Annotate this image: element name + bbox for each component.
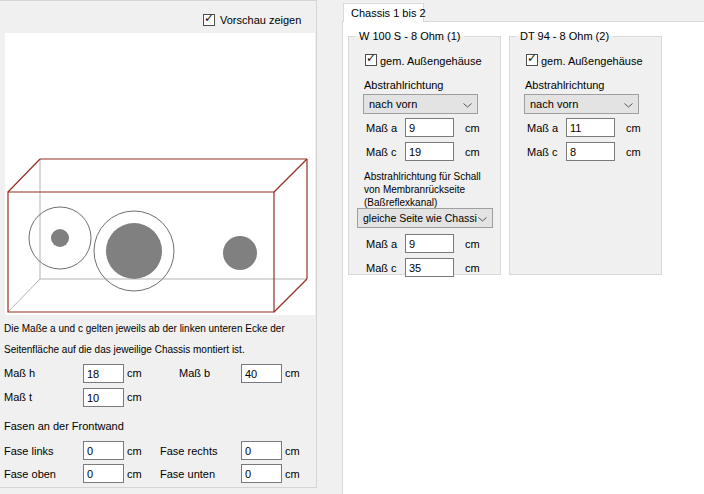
dt94-mass-a-unit: cm bbox=[626, 122, 641, 134]
mass-b-label: Maß b bbox=[179, 367, 210, 379]
port-circle bbox=[51, 229, 69, 247]
fase-unten-input[interactable] bbox=[241, 464, 282, 483]
dimension-note-line1: Die Maße a und c gelten jeweils ab der l… bbox=[4, 323, 285, 334]
w100s-direction-select[interactable]: nach vorn bbox=[363, 94, 478, 114]
dt94-direction-label: Abstrahlrichtung bbox=[525, 79, 605, 91]
chevron-down-icon bbox=[478, 217, 487, 222]
fase-oben-input[interactable] bbox=[83, 464, 124, 483]
vorschau-zeigen-label: Vorschau zeigen bbox=[220, 14, 301, 26]
dt94-aussengehaeuse-label: gem. Außengehäuse bbox=[541, 55, 643, 67]
mass-t-label: Maß t bbox=[4, 391, 32, 403]
dt94-direction-value: nach vorn bbox=[530, 98, 578, 110]
w100s-aussengehaeuse-label: gem. Außengehäuse bbox=[380, 55, 482, 67]
fasen-heading: Fasen an der Frontwand bbox=[4, 420, 124, 432]
w100s-mass-c-label: Maß c bbox=[366, 146, 397, 158]
group-w100s: W 100 S - 8 Ohm (1) ✓ gem. Außengehäuse … bbox=[348, 30, 501, 275]
dt94-mass-c-input[interactable] bbox=[566, 142, 615, 161]
dt94-direction-select[interactable]: nach vorn bbox=[524, 94, 639, 114]
preview-panel: ✓ Vorschau zeigen bbox=[0, 0, 317, 488]
enclosure-drawing bbox=[5, 33, 315, 315]
dt94-mass-a-input[interactable] bbox=[566, 118, 615, 137]
chevron-down-icon bbox=[624, 103, 633, 108]
w100s-rear-mass-a-unit: cm bbox=[465, 238, 480, 250]
dt94-mass-c-label: Maß c bbox=[527, 146, 558, 158]
enclosure-preview bbox=[5, 33, 315, 315]
w100s-rear-mass-a-label: Maß a bbox=[366, 238, 397, 250]
w100s-direction-label: Abstrahlrichtung bbox=[364, 79, 444, 91]
w100s-mass-a-input[interactable] bbox=[405, 118, 454, 137]
w100s-rear-direction-value: gleiche Seite wie Chassi bbox=[363, 212, 477, 224]
w100s-rear-mass-c-unit: cm bbox=[465, 262, 480, 274]
w100s-rear-mass-a-input[interactable] bbox=[405, 234, 454, 253]
mass-h-unit: cm bbox=[127, 367, 142, 379]
checkmark-icon: ✓ bbox=[366, 52, 376, 64]
fase-unten-label: Fase unten bbox=[160, 468, 215, 480]
dt94-aussengehaeuse-checkbox[interactable]: ✓ bbox=[526, 54, 538, 66]
w100s-direction-value: nach vorn bbox=[369, 98, 417, 110]
fase-oben-unit: cm bbox=[127, 468, 142, 480]
mass-h-input[interactable] bbox=[83, 364, 124, 383]
dt94-mass-c-unit: cm bbox=[626, 146, 641, 158]
group-dt94: DT 94 - 8 Ohm (2) ✓ gem. Außengehäuse Ab… bbox=[509, 30, 662, 275]
tweeter-circle bbox=[223, 236, 257, 270]
vorschau-zeigen-checkbox[interactable]: ✓ bbox=[203, 14, 215, 26]
w100s-mass-c-input[interactable] bbox=[405, 142, 454, 161]
group-dt94-title: DT 94 - 8 Ohm (2) bbox=[516, 30, 613, 42]
tab-label: Chassis 1 bis 2 bbox=[351, 7, 426, 19]
enclosure-dialog: ✓ Vorschau zeigen bbox=[0, 0, 704, 494]
fase-links-label: Fase links bbox=[4, 445, 54, 457]
fase-links-input[interactable] bbox=[83, 441, 124, 460]
fase-oben-label: Fase oben bbox=[4, 468, 56, 480]
driver-membranes bbox=[51, 223, 257, 279]
fase-links-unit: cm bbox=[127, 445, 142, 457]
w100s-rear-direction-select[interactable]: gleiche Seite wie Chassi bbox=[357, 208, 493, 228]
fase-rechts-input[interactable] bbox=[241, 441, 282, 460]
dt94-mass-a-label: Maß a bbox=[527, 122, 558, 134]
w100s-aussengehaeuse-checkbox[interactable]: ✓ bbox=[365, 54, 377, 66]
dimension-note-line2: Seitenfläche auf die das jeweilige Chass… bbox=[4, 344, 245, 355]
mass-h-label: Maß h bbox=[4, 367, 35, 379]
w100s-mass-a-label: Maß a bbox=[366, 122, 397, 134]
w100s-mass-c-unit: cm bbox=[465, 146, 480, 158]
chassis-tab-page: W 100 S - 8 Ohm (1) ✓ gem. Außengehäuse … bbox=[342, 21, 704, 494]
woofer-circle bbox=[106, 223, 162, 279]
w100s-mass-a-unit: cm bbox=[465, 122, 480, 134]
fase-rechts-unit: cm bbox=[285, 445, 300, 457]
checkmark-icon: ✓ bbox=[527, 52, 537, 64]
fase-rechts-label: Fase rechts bbox=[160, 445, 217, 457]
mass-b-unit: cm bbox=[285, 367, 300, 379]
mass-t-unit: cm bbox=[127, 391, 142, 403]
tab-chassis-1-bis-2[interactable]: Chassis 1 bis 2 bbox=[343, 3, 424, 22]
w100s-rear-direction-label: Abstrahlrichtung für Schall von Membranr… bbox=[364, 170, 496, 209]
group-w100s-title: W 100 S - 8 Ohm (1) bbox=[355, 30, 464, 42]
mass-b-input[interactable] bbox=[241, 364, 282, 383]
mass-t-input[interactable] bbox=[83, 388, 124, 407]
w100s-rear-mass-c-input[interactable] bbox=[405, 258, 454, 277]
fase-unten-unit: cm bbox=[285, 468, 300, 480]
checkmark-icon: ✓ bbox=[204, 12, 214, 24]
chevron-down-icon bbox=[463, 103, 472, 108]
w100s-rear-mass-c-label: Maß c bbox=[366, 262, 397, 274]
